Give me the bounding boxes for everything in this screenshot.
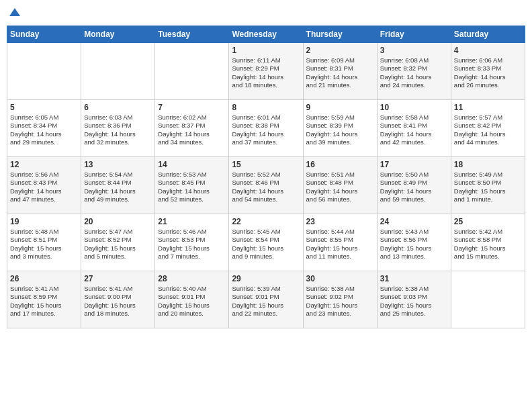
day-info: Sunrise: 5:39 AM Sunset: 9:01 PM Dayligh… [232,285,300,318]
calendar-cell: 19Sunrise: 5:48 AM Sunset: 8:51 PM Dayli… [7,214,81,271]
day-number: 6 [84,103,152,112]
day-info: Sunrise: 6:09 AM Sunset: 8:31 PM Dayligh… [306,56,374,89]
day-info: Sunrise: 5:51 AM Sunset: 8:48 PM Dayligh… [306,171,374,203]
day-number: 12 [10,160,78,169]
day-info: Sunrise: 5:44 AM Sunset: 8:55 PM Dayligh… [306,228,374,261]
day-number: 28 [158,274,226,283]
day-info: Sunrise: 5:54 AM Sunset: 8:44 PM Dayligh… [84,171,152,203]
day-number: 23 [306,217,374,226]
day-number: 3 [380,46,448,55]
day-info: Sunrise: 5:59 AM Sunset: 8:39 PM Dayligh… [306,113,374,146]
calendar-cell: 15Sunrise: 5:52 AM Sunset: 8:46 PM Dayli… [229,157,303,214]
day-info: Sunrise: 6:03 AM Sunset: 8:36 PM Dayligh… [84,113,152,146]
calendar-cell: 16Sunrise: 5:51 AM Sunset: 8:48 PM Dayli… [303,157,377,214]
day-info: Sunrise: 5:43 AM Sunset: 8:56 PM Dayligh… [380,228,448,261]
day-info: Sunrise: 5:41 AM Sunset: 8:59 PM Dayligh… [10,285,78,318]
day-info: Sunrise: 6:01 AM Sunset: 8:38 PM Dayligh… [232,113,300,146]
day-number: 24 [380,217,448,226]
page-header [7,7,525,20]
day-info: Sunrise: 5:42 AM Sunset: 8:58 PM Dayligh… [454,228,522,261]
day-info: Sunrise: 5:41 AM Sunset: 9:00 PM Dayligh… [84,285,152,318]
calendar-cell: 13Sunrise: 5:54 AM Sunset: 8:44 PM Dayli… [81,157,155,214]
calendar-cell: 6Sunrise: 6:03 AM Sunset: 8:36 PM Daylig… [81,100,155,157]
day-info: Sunrise: 5:48 AM Sunset: 8:51 PM Dayligh… [10,228,78,261]
day-number: 20 [84,217,152,226]
day-number: 15 [232,160,300,169]
calendar-cell: 7Sunrise: 6:02 AM Sunset: 8:37 PM Daylig… [155,100,229,157]
week-row-4: 19Sunrise: 5:48 AM Sunset: 8:51 PM Dayli… [7,214,525,271]
day-info: Sunrise: 5:49 AM Sunset: 8:50 PM Dayligh… [454,171,522,203]
day-info: Sunrise: 5:40 AM Sunset: 9:01 PM Dayligh… [158,285,226,318]
calendar-cell: 24Sunrise: 5:43 AM Sunset: 8:56 PM Dayli… [377,214,451,271]
day-info: Sunrise: 5:56 AM Sunset: 8:43 PM Dayligh… [10,171,78,203]
logo [7,7,21,20]
calendar-cell [7,43,81,100]
day-number: 8 [232,103,300,112]
day-number: 13 [84,160,152,169]
logo-text [7,7,21,20]
calendar-cell: 30Sunrise: 5:38 AM Sunset: 9:02 PM Dayli… [303,271,377,328]
weekday-header-sunday: Sunday [7,26,81,43]
day-info: Sunrise: 5:38 AM Sunset: 9:02 PM Dayligh… [306,285,374,318]
calendar-cell: 21Sunrise: 5:46 AM Sunset: 8:53 PM Dayli… [155,214,229,271]
day-info: Sunrise: 5:57 AM Sunset: 8:42 PM Dayligh… [454,113,522,146]
day-info: Sunrise: 6:05 AM Sunset: 8:34 PM Dayligh… [10,113,78,146]
calendar-cell: 23Sunrise: 5:44 AM Sunset: 8:55 PM Dayli… [303,214,377,271]
week-row-2: 5Sunrise: 6:05 AM Sunset: 8:34 PM Daylig… [7,100,525,157]
day-info: Sunrise: 5:45 AM Sunset: 8:54 PM Dayligh… [232,228,300,261]
day-number: 16 [306,160,374,169]
header-row: SundayMondayTuesdayWednesdayThursdayFrid… [7,26,525,43]
calendar-cell: 26Sunrise: 5:41 AM Sunset: 8:59 PM Dayli… [7,271,81,328]
day-number: 22 [232,217,300,226]
day-number: 17 [380,160,448,169]
day-info: Sunrise: 5:46 AM Sunset: 8:53 PM Dayligh… [158,228,226,261]
day-number: 10 [380,103,448,112]
day-number: 18 [454,160,522,169]
day-number: 26 [10,274,78,283]
day-number: 19 [10,217,78,226]
day-number: 14 [158,160,226,169]
day-info: Sunrise: 5:58 AM Sunset: 8:41 PM Dayligh… [380,113,448,146]
weekday-header-tuesday: Tuesday [155,26,229,43]
day-info: Sunrise: 6:08 AM Sunset: 8:32 PM Dayligh… [380,56,448,89]
day-number: 25 [454,217,522,226]
calendar-cell: 4Sunrise: 6:06 AM Sunset: 8:33 PM Daylig… [451,43,525,100]
day-info: Sunrise: 6:06 AM Sunset: 8:33 PM Dayligh… [454,56,522,89]
day-number: 11 [454,103,522,112]
week-row-3: 12Sunrise: 5:56 AM Sunset: 8:43 PM Dayli… [7,157,525,214]
calendar-cell: 25Sunrise: 5:42 AM Sunset: 8:58 PM Dayli… [451,214,525,271]
day-number: 29 [232,274,300,283]
calendar-cell: 1Sunrise: 6:11 AM Sunset: 8:29 PM Daylig… [229,43,303,100]
calendar-cell [81,43,155,100]
day-number: 9 [306,103,374,112]
week-row-5: 26Sunrise: 5:41 AM Sunset: 8:59 PM Dayli… [7,271,525,328]
day-info: Sunrise: 6:02 AM Sunset: 8:37 PM Dayligh… [158,113,226,146]
day-info: Sunrise: 5:47 AM Sunset: 8:52 PM Dayligh… [84,228,152,261]
logo-icon [8,7,21,20]
week-row-1: 1Sunrise: 6:11 AM Sunset: 8:29 PM Daylig… [7,43,525,100]
calendar-cell: 11Sunrise: 5:57 AM Sunset: 8:42 PM Dayli… [451,100,525,157]
calendar-cell: 2Sunrise: 6:09 AM Sunset: 8:31 PM Daylig… [303,43,377,100]
day-number: 27 [84,274,152,283]
weekday-header-thursday: Thursday [303,26,377,43]
calendar-cell: 20Sunrise: 5:47 AM Sunset: 8:52 PM Dayli… [81,214,155,271]
weekday-header-friday: Friday [377,26,451,43]
calendar-table: SundayMondayTuesdayWednesdayThursdayFrid… [7,26,525,328]
calendar-cell [451,271,525,328]
calendar-cell: 12Sunrise: 5:56 AM Sunset: 8:43 PM Dayli… [7,157,81,214]
svg-marker-0 [9,8,20,16]
weekday-header-monday: Monday [81,26,155,43]
day-number: 7 [158,103,226,112]
calendar-cell: 28Sunrise: 5:40 AM Sunset: 9:01 PM Dayli… [155,271,229,328]
calendar-cell: 5Sunrise: 6:05 AM Sunset: 8:34 PM Daylig… [7,100,81,157]
logo-general [7,7,21,20]
calendar-cell [155,43,229,100]
day-number: 5 [10,103,78,112]
day-info: Sunrise: 5:38 AM Sunset: 9:03 PM Dayligh… [380,285,448,318]
day-info: Sunrise: 6:11 AM Sunset: 8:29 PM Dayligh… [232,56,300,89]
day-info: Sunrise: 5:52 AM Sunset: 8:46 PM Dayligh… [232,171,300,203]
day-number: 4 [454,46,522,55]
calendar-cell: 8Sunrise: 6:01 AM Sunset: 8:38 PM Daylig… [229,100,303,157]
day-number: 30 [306,274,374,283]
day-info: Sunrise: 5:50 AM Sunset: 8:49 PM Dayligh… [380,171,448,203]
